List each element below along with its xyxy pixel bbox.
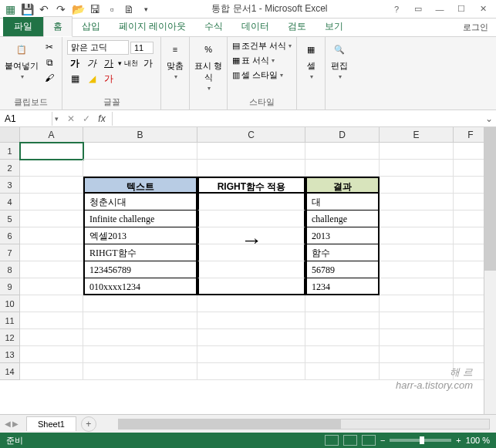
vscroll-thumb[interactable] <box>484 127 496 271</box>
table-cell[interactable]: 청춘시대 <box>83 194 197 211</box>
help-button[interactable]: ? <box>386 2 407 16</box>
col-header-B[interactable]: B <box>83 127 197 142</box>
tab-layout[interactable]: 페이지 레이아웃 <box>110 17 195 36</box>
font-selector[interactable]: 맑은 고딕 <box>67 40 129 55</box>
col-header-D[interactable]: D <box>305 127 380 142</box>
col-header-E[interactable]: E <box>380 127 454 142</box>
fill-color-button[interactable]: ◢ <box>84 72 100 86</box>
table-cell[interactable]: challenge <box>305 211 380 227</box>
vertical-scrollbar[interactable] <box>484 127 496 414</box>
font-size-selector[interactable]: 11 <box>130 42 154 54</box>
open-icon[interactable]: 📂 <box>71 2 85 16</box>
col-header-A[interactable]: A <box>20 127 83 142</box>
border-button[interactable]: ▦ <box>67 72 83 86</box>
table-cell[interactable]: 1234 <box>305 278 380 295</box>
row-header[interactable]: 10 <box>0 295 20 312</box>
tab-review[interactable]: 검토 <box>278 17 315 36</box>
table-cell[interactable]: 엑셀2013 <box>83 227 197 244</box>
table-cell[interactable]: 010xxxx1234 <box>83 278 197 295</box>
paste-button[interactable]: 📋 붙여넣기 ▾ <box>5 40 39 80</box>
undo-icon[interactable]: ↶ <box>37 2 51 16</box>
zoom-out-button[interactable]: − <box>380 436 385 445</box>
cell-A1[interactable] <box>20 143 83 160</box>
table-format-button[interactable]: ▦표 서식▾ <box>232 55 292 66</box>
bold-button[interactable]: 가 <box>67 56 83 70</box>
zoom-level[interactable]: 100 % <box>466 436 490 445</box>
row-header[interactable]: 5 <box>0 211 20 227</box>
number-format-button[interactable]: %표시 형 식▾ <box>194 40 222 92</box>
cells-button[interactable]: ▦셀▾ <box>302 40 320 80</box>
row-header[interactable]: 1 <box>0 143 20 160</box>
row-header[interactable]: 2 <box>0 160 20 177</box>
cancel-formula-icon[interactable]: ✕ <box>64 112 78 126</box>
sheet-nav-prev-icon[interactable]: ◀ <box>5 419 11 428</box>
cell-style-button[interactable]: ▥셀 스타일▾ <box>232 69 292 81</box>
print-preview-icon[interactable]: 🗎 <box>122 2 136 16</box>
row-header[interactable]: 4 <box>0 194 20 211</box>
underline-button[interactable]: 가 <box>101 56 116 70</box>
tab-data[interactable]: 데이터 <box>232 17 278 36</box>
table-cell[interactable]: Infinite challenge <box>83 211 197 227</box>
view-page-break-icon[interactable] <box>362 435 376 446</box>
minimize-button[interactable]: — <box>430 2 450 16</box>
font-color-button[interactable]: 가 <box>101 72 116 86</box>
save-icon[interactable]: 💾 <box>20 2 34 16</box>
edit-button[interactable]: 🔍편집▾ <box>330 40 349 80</box>
copy-icon[interactable]: ⧉ <box>42 56 57 69</box>
view-page-layout-icon[interactable] <box>343 435 357 446</box>
format-painter-icon[interactable]: 🖌 <box>42 71 57 85</box>
row-header[interactable]: 12 <box>0 329 20 346</box>
maximize-button[interactable]: ☐ <box>451 2 471 16</box>
zoom-in-button[interactable]: + <box>456 436 461 445</box>
row-header[interactable]: 11 <box>0 312 20 329</box>
login-link[interactable]: 로그인 <box>455 19 496 36</box>
col-header-C[interactable]: C <box>197 127 305 142</box>
tab-file[interactable]: 파일 <box>3 17 43 36</box>
row-header[interactable]: 6 <box>0 227 20 244</box>
hscroll-thumb[interactable] <box>119 419 341 429</box>
cells-grid[interactable]: 텍스트 RIGHT함수 적용 결과 청춘시대대 Infinite challen… <box>20 143 496 380</box>
font-grow-button[interactable]: 가 <box>140 56 156 70</box>
sheet-nav-next-icon[interactable]: ▶ <box>12 419 19 428</box>
table-cell[interactable]: 대 <box>305 194 380 211</box>
italic-button[interactable]: 가 <box>84 56 100 70</box>
table-cell[interactable]: 함수 <box>305 244 380 261</box>
table-cell[interactable]: RIHGT함수 <box>83 244 197 261</box>
row-header[interactable]: 3 <box>0 177 20 194</box>
view-normal-icon[interactable] <box>325 435 339 446</box>
table-cell[interactable]: 2013 <box>305 227 380 244</box>
ribbon-toggle-button[interactable]: ▭ <box>408 2 428 16</box>
enter-formula-icon[interactable]: ✓ <box>79 112 93 126</box>
close-button[interactable]: ✕ <box>473 2 493 16</box>
name-box-dropdown[interactable]: ▾ <box>52 115 61 123</box>
row-header[interactable]: 8 <box>0 261 20 278</box>
conditional-format-button[interactable]: ▤조건부 서식▾ <box>232 40 292 52</box>
row-header[interactable]: 13 <box>0 346 20 363</box>
tab-insert[interactable]: 삽입 <box>73 17 110 36</box>
table-cell[interactable]: 56789 <box>305 261 380 278</box>
expand-formula-bar[interactable]: ⌄ <box>482 113 496 124</box>
cut-icon[interactable]: ✂ <box>42 40 57 54</box>
row-header[interactable]: 9 <box>0 278 20 295</box>
tab-view[interactable]: 보기 <box>315 17 353 36</box>
qat-more-icon[interactable]: ▾ <box>139 2 153 16</box>
sheet-tab[interactable]: Sheet1 <box>26 416 76 431</box>
save-as-icon[interactable]: 🖫 <box>88 2 102 16</box>
table-header-text[interactable]: 텍스트 <box>83 177 197 194</box>
arrow-cell[interactable]: → <box>197 227 305 244</box>
ruby-button[interactable]: 내천 <box>123 56 139 70</box>
tab-formula[interactable]: 수식 <box>195 17 232 36</box>
align-button[interactable]: ≡맞춤▾ <box>166 40 184 80</box>
fx-icon[interactable]: fx <box>95 112 109 126</box>
zoom-slider[interactable] <box>390 439 451 442</box>
table-cell[interactable]: 123456789 <box>83 261 197 278</box>
formula-input[interactable] <box>113 117 482 120</box>
tab-home[interactable]: 홈 <box>43 16 73 37</box>
redo-icon[interactable]: ↷ <box>54 2 68 16</box>
name-box[interactable]: A1 <box>0 112 52 126</box>
table-header-func[interactable]: RIGHT함수 적용 <box>197 177 305 194</box>
select-all-corner[interactable] <box>0 127 20 142</box>
table-header-result[interactable]: 결과 <box>305 177 380 194</box>
row-header[interactable]: 7 <box>0 244 20 261</box>
horizontal-scrollbar[interactable] <box>118 419 490 429</box>
